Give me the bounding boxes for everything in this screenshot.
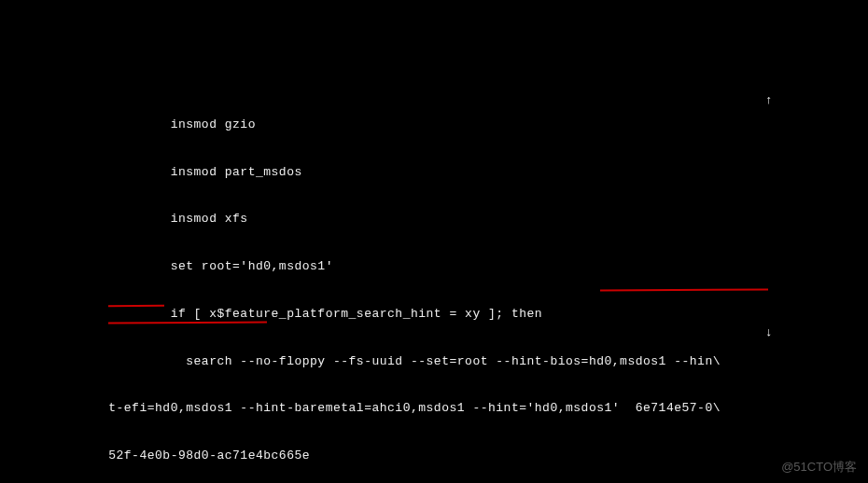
highlight-underline — [108, 305, 164, 307]
pad — [0, 212, 108, 226]
grub-line: search --no-floppy --fs-uuid --set=root … — [108, 354, 721, 368]
pad — [0, 401, 108, 415]
pad — [0, 354, 108, 368]
grub-line: insmod part_msdos — [108, 165, 302, 179]
watermark: @51CTO博客 — [781, 460, 857, 476]
grub-line: insmod xfs — [108, 212, 247, 226]
pad — [0, 165, 108, 179]
pad — [0, 448, 108, 462]
grub-line: insmod gzio — [108, 117, 256, 131]
grub-line: set root='hd0,msdos1' — [108, 259, 333, 273]
pad — [0, 259, 108, 273]
grub-line: 52f-4e0b-98d0-ac71e4bc665e — [108, 448, 310, 462]
pad — [0, 307, 108, 321]
grub-line: t-efi=hd0,msdos1 --hint-baremetal=ahci0,… — [108, 401, 721, 415]
pad — [0, 117, 108, 131]
grub-editor[interactable]: insmod gzio insmod part_msdos insmod xfs… — [0, 86, 868, 483]
terminal-screen: ↑ ↓ insmod gzio insmod part_msdos insmod… — [0, 0, 868, 483]
grub-line: if [ x$feature_platform_search_hint = xy… — [108, 307, 542, 321]
